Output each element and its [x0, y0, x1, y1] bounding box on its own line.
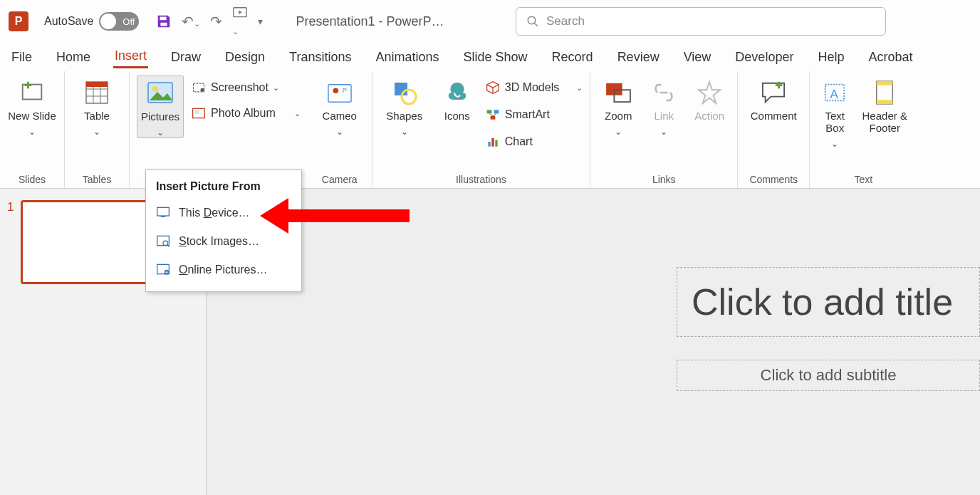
group-slides-label: Slides	[7, 174, 57, 187]
photo-album-button[interactable]: Photo Album ⌄	[191, 104, 301, 123]
svg-rect-37	[877, 100, 893, 104]
textbox-button[interactable]: A Text Box	[817, 75, 853, 149]
tab-review[interactable]: Review	[616, 47, 661, 68]
tab-acrobat[interactable]: Acrobat	[867, 47, 914, 68]
tab-developer[interactable]: Developer	[734, 47, 795, 68]
chevron-down-icon	[831, 137, 838, 149]
svg-rect-36	[877, 81, 893, 85]
comment-label: Comment	[751, 110, 797, 122]
new-slide-label: New Slide	[8, 110, 56, 122]
tab-view[interactable]: View	[682, 47, 713, 68]
comment-icon	[759, 78, 788, 107]
action-label: Action	[694, 110, 724, 122]
toggle-knob	[100, 14, 116, 29]
header-footer-label: Header & Footer	[860, 110, 909, 134]
tab-animations[interactable]: Animations	[374, 47, 440, 68]
table-label: Table	[84, 110, 110, 122]
tab-help[interactable]: Help	[816, 47, 845, 68]
screenshot-label: Screenshot	[211, 81, 269, 94]
present-icon[interactable]: ⌄	[232, 6, 248, 38]
menu-item-label: This Device…	[179, 207, 250, 219]
table-button[interactable]: Table	[72, 75, 122, 137]
3d-models-button[interactable]: 3D Models ⌄	[485, 78, 583, 97]
textbox-icon: A	[820, 78, 849, 107]
screenshot-button[interactable]: Screenshot ⌄	[191, 78, 301, 97]
svg-rect-11	[86, 82, 108, 87]
pictures-icon	[146, 79, 174, 108]
shapes-icon	[390, 78, 419, 107]
qat-more-icon[interactable]: ▾	[258, 16, 263, 27]
svg-point-41	[163, 241, 168, 246]
chevron-down-icon	[401, 125, 408, 137]
smartart-button[interactable]: SmartArt	[485, 105, 583, 124]
pictures-button[interactable]: Pictures	[137, 75, 184, 138]
toggle-switch[interactable]: Off	[99, 12, 139, 31]
group-camera: P Cameo Camera	[308, 71, 372, 188]
header-footer-icon	[870, 78, 899, 107]
slide-thumbnail[interactable]	[21, 200, 163, 284]
group-comments: Comment Comments	[738, 71, 810, 188]
tab-insert[interactable]: Insert	[113, 46, 148, 68]
toggle-off-text: Off	[123, 16, 135, 27]
subtitle-placeholder[interactable]: Click to add subtitle	[677, 360, 980, 391]
chevron-down-icon	[157, 125, 164, 137]
tab-record[interactable]: Record	[551, 47, 595, 68]
svg-text:A: A	[830, 88, 839, 101]
zoom-button[interactable]: Zoom	[598, 75, 639, 137]
link-label: Link	[654, 110, 674, 122]
icons-icon	[443, 78, 471, 107]
pictures-label: Pictures	[141, 110, 179, 123]
slide-canvas[interactable]: Click to add title Click to add subtitle	[207, 189, 980, 495]
online-pictures-icon	[156, 263, 170, 277]
tab-slideshow[interactable]: Slide Show	[462, 47, 529, 68]
tab-draw[interactable]: Draw	[170, 47, 202, 68]
cameo-button[interactable]: P Cameo	[315, 75, 365, 137]
cameo-label: Cameo	[323, 110, 357, 122]
annotation-arrow	[260, 198, 410, 234]
svg-rect-39	[161, 216, 166, 217]
header-footer-button[interactable]: Header & Footer	[860, 75, 909, 134]
svg-point-19	[333, 88, 338, 93]
chevron-down-icon	[28, 125, 36, 137]
title-placeholder[interactable]: Click to add title	[677, 267, 980, 337]
shapes-button[interactable]: Shapes	[380, 75, 429, 137]
chart-button[interactable]: Chart	[485, 132, 583, 151]
tab-transitions[interactable]: Transitions	[288, 47, 353, 68]
device-icon	[156, 206, 170, 220]
screenshot-icon	[191, 80, 207, 95]
group-text-label: Text	[817, 174, 909, 187]
svg-rect-38	[157, 207, 170, 216]
save-icon[interactable]	[156, 14, 172, 29]
chevron-down-icon	[615, 125, 622, 137]
smartart-label: SmartArt	[505, 108, 550, 121]
tab-home[interactable]: Home	[55, 47, 92, 68]
menu-item-online-pictures[interactable]: Online Pictures…	[146, 256, 301, 284]
undo-icon[interactable]: ↶⌄	[182, 13, 200, 30]
svg-rect-25	[490, 116, 495, 120]
tab-design[interactable]: Design	[224, 47, 266, 68]
zoom-icon	[604, 78, 632, 107]
comment-button[interactable]: Comment	[745, 75, 802, 122]
stock-images-icon	[156, 234, 170, 249]
search-input[interactable]: Search	[516, 7, 886, 36]
chart-label: Chart	[505, 135, 533, 148]
autosave-toggle[interactable]: AutoSave Off	[44, 12, 139, 31]
menu-item-label: Stock Images…	[179, 235, 259, 248]
svg-rect-21	[395, 83, 407, 95]
group-illustrations: Shapes Icons 3D Models ⌄	[372, 71, 590, 188]
tab-file[interactable]: File	[10, 47, 33, 68]
svg-rect-17	[194, 110, 199, 114]
redo-icon[interactable]: ↷	[210, 13, 222, 30]
textbox-label: Text Box	[817, 110, 853, 134]
icons-button[interactable]: Icons	[437, 75, 478, 122]
svg-rect-24	[494, 110, 499, 113]
photo-album-icon	[191, 105, 207, 121]
shapes-label: Shapes	[386, 110, 422, 122]
new-slide-button[interactable]: New Slide	[7, 75, 57, 137]
link-button[interactable]: Link	[646, 75, 682, 137]
chevron-down-icon	[336, 125, 343, 137]
group-camera-label: Camera	[315, 174, 365, 187]
3d-models-label: 3D Models	[505, 81, 559, 94]
photo-album-label: Photo Album	[211, 107, 276, 120]
action-button[interactable]: Action	[689, 75, 730, 122]
